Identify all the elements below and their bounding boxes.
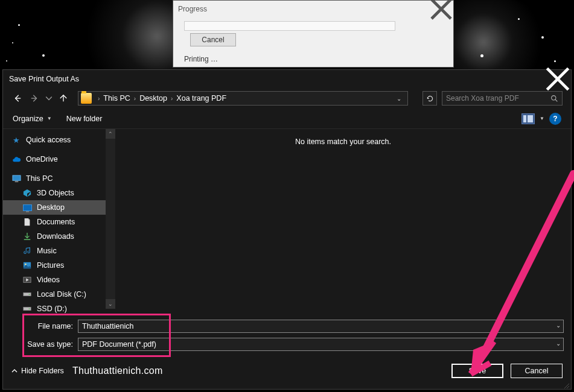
download-icon: [22, 232, 32, 241]
close-icon: [544, 66, 571, 92]
chevron-down-icon: [45, 94, 53, 103]
sidebar: ⌃ ⌄ ★ Quick access OneDrive This PC: [3, 129, 115, 309]
disk-icon: [22, 304, 32, 314]
progress-dialog: Progress Cancel Printing …: [173, 0, 454, 68]
svg-point-7: [29, 294, 30, 295]
sidebar-item-desktop[interactable]: Desktop: [3, 200, 115, 215]
refresh-icon: [426, 95, 434, 103]
picture-icon: [22, 261, 32, 270]
progress-close-button[interactable]: [429, 1, 453, 17]
music-icon: [22, 246, 32, 256]
disk-icon: [22, 289, 32, 299]
nav-forward-button[interactable]: [28, 92, 40, 104]
sidebar-item-documents[interactable]: Documents: [3, 215, 115, 229]
arrow-left-icon: [13, 94, 22, 103]
progress-bar: [184, 21, 395, 31]
address-dropdown[interactable]: ⌄: [393, 95, 405, 102]
progress-cancel-button[interactable]: Cancel: [190, 33, 236, 46]
sidebar-item-3d-objects[interactable]: 3D Objects: [3, 186, 115, 200]
crumb-this-pc[interactable]: This PC: [102, 94, 131, 103]
cancel-button[interactable]: Cancel: [511, 364, 563, 378]
dialog-titlebar[interactable]: Save Print Output As: [3, 70, 571, 88]
svg-point-9: [29, 308, 30, 309]
folder-icon: [81, 93, 92, 104]
document-icon: [22, 217, 32, 227]
progress-title: Progress: [178, 5, 207, 13]
view-options-button[interactable]: [521, 113, 535, 124]
watermark-text: Thuthuattienich.com: [72, 365, 163, 376]
chevron-down-icon[interactable]: ⌄: [556, 322, 561, 329]
filename-label: File name:: [3, 322, 78, 330]
arrow-up-icon: [59, 94, 68, 103]
cloud-icon: [11, 154, 21, 164]
chevron-down-icon: ▼: [47, 116, 52, 121]
crumb-sep[interactable]: ›: [95, 95, 102, 102]
progress-titlebar[interactable]: Progress: [173, 1, 453, 17]
crumb-sep[interactable]: ›: [168, 95, 175, 102]
nav-back-button[interactable]: [11, 92, 24, 104]
nav-bar: › This PC › Desktop › Xoa trang PDF ⌄ Se…: [3, 88, 571, 109]
arrow-right-icon: [30, 94, 39, 103]
resize-grip[interactable]: [563, 381, 570, 388]
search-icon: [550, 95, 558, 103]
save-button[interactable]: Save: [451, 364, 503, 378]
svg-rect-2: [14, 181, 18, 182]
scroll-down-button[interactable]: ⌄: [106, 299, 115, 309]
crumb-folder[interactable]: Xoa trang PDF: [175, 94, 228, 103]
sidebar-item-local-disk-c[interactable]: Local Disk (C:): [3, 287, 115, 302]
new-folder-button[interactable]: New folder: [66, 115, 103, 123]
cube-icon: [22, 188, 32, 198]
view-dropdown[interactable]: ▼: [540, 116, 544, 121]
sidebar-item-onedrive[interactable]: OneDrive: [3, 152, 115, 166]
refresh-button[interactable]: [423, 91, 437, 106]
dialog-footer: Hide Folders Thuthuattienich.com Save Ca…: [3, 357, 571, 385]
sidebar-item-quick-access[interactable]: ★ Quick access: [3, 133, 115, 147]
filetype-label: Save as type:: [3, 340, 78, 349]
crumb-sep[interactable]: ›: [132, 95, 138, 102]
save-dialog: Save Print Output As › This PC › Desktop…: [2, 69, 572, 390]
search-placeholder: Search Xoa trang PDF: [446, 94, 550, 103]
star-icon: ★: [11, 135, 21, 145]
chevron-up-icon: [11, 368, 18, 374]
computer-icon: [11, 174, 21, 183]
address-bar[interactable]: › This PC › Desktop › Xoa trang PDF ⌄: [78, 91, 408, 106]
desktop-icon: [22, 203, 32, 212]
chevron-down-icon[interactable]: ⌄: [556, 340, 561, 347]
close-icon: [429, 0, 453, 21]
svg-point-0: [552, 95, 556, 100]
nav-recent-button[interactable]: [45, 92, 53, 104]
dialog-close-button[interactable]: [544, 70, 571, 88]
video-icon: [22, 275, 32, 285]
svg-rect-1: [12, 175, 20, 180]
dialog-title: Save Print Output As: [9, 75, 79, 83]
organize-menu[interactable]: Organize ▼: [13, 115, 52, 123]
sidebar-item-pictures[interactable]: Pictures: [3, 258, 115, 273]
crumb-desktop[interactable]: Desktop: [138, 94, 168, 103]
sidebar-item-music[interactable]: Music: [3, 244, 115, 258]
scroll-up-button[interactable]: ⌃: [106, 129, 115, 139]
sidebar-item-this-pc[interactable]: This PC: [3, 171, 115, 186]
help-button[interactable]: ?: [549, 113, 561, 125]
sidebar-item-videos[interactable]: Videos: [3, 273, 115, 287]
sidebar-item-downloads[interactable]: Downloads: [3, 229, 115, 244]
progress-status: Printing …: [184, 55, 442, 63]
filename-input[interactable]: Thuthuattienich ⌄: [78, 320, 564, 333]
sidebar-item-ssd-d[interactable]: SSD (D:): [3, 302, 115, 316]
nav-up-button[interactable]: [57, 92, 69, 104]
toolbar: Organize ▼ New folder ▼ ?: [3, 109, 571, 129]
file-list[interactable]: No items match your search.: [115, 129, 571, 309]
empty-message: No items match your search.: [295, 138, 391, 146]
hide-folders-button[interactable]: Hide Folders: [11, 367, 64, 375]
filetype-select[interactable]: PDF Document (*.pdf) ⌄: [78, 338, 564, 351]
scrollbar[interactable]: [106, 139, 115, 299]
search-input[interactable]: Search Xoa trang PDF: [442, 91, 563, 106]
